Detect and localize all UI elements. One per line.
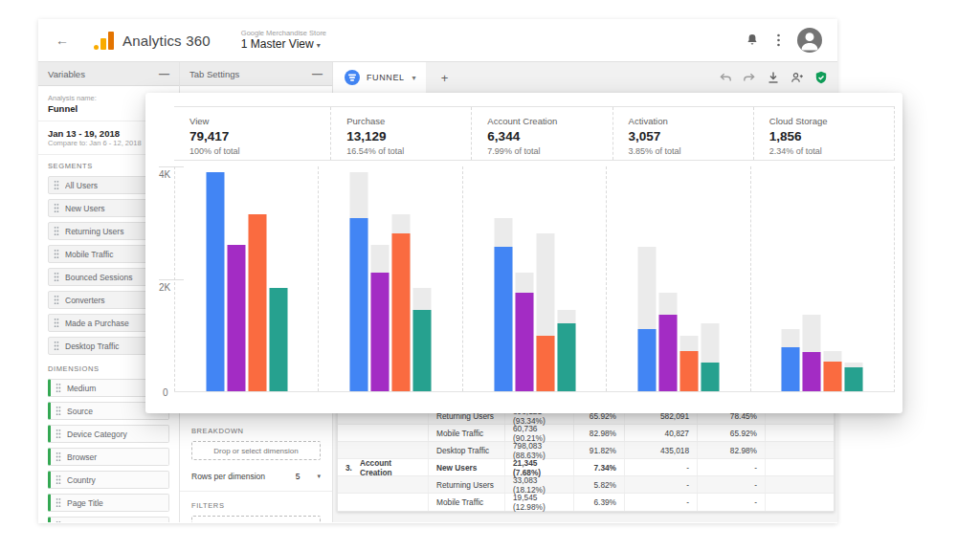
cell-rate: 6.39% [574,494,625,511]
drag-handle-icon [56,452,61,462]
cell-rate: 5.82% [574,476,625,493]
chart-group-purchase [318,166,461,391]
table-row: Returning Users33,083 (18.12%)5.82%-- [338,476,834,494]
cell-rate: 91.82% [574,442,625,458]
step-name: Activation [629,116,753,126]
cell-step [338,442,429,458]
bar-orange-segment [392,233,411,391]
bar-purple-segment [803,352,821,391]
table-row: Desktop Traffic798,083 (88.63%)91.82%435… [338,442,834,459]
chip-label: Default Channel Grouping [67,521,168,523]
account-avatar[interactable] [797,28,822,53]
drag-handle-icon [54,180,59,190]
bar-slot [350,166,368,391]
cell-spacer [766,459,834,475]
bar-slot [206,166,224,391]
bar-blue-segment [350,218,368,391]
cell-completed: 40,827 [625,425,698,441]
redo-icon[interactable] [743,71,756,84]
dimension-chip-browser[interactable]: Browser [48,448,169,466]
step-share: 2.34% of total [769,146,894,156]
bar-slot [782,166,800,391]
back-arrow-icon[interactable]: ← [56,33,69,48]
dimension-chip-country[interactable]: Country [48,471,169,489]
drag-handle-icon [54,341,59,351]
table-row: Mobile Traffic60,736 (90.21%)82.98%40,82… [338,425,834,442]
step-value: 79,417 [189,129,330,143]
drag-handle-icon [56,429,61,439]
cell-rate: 7.34% [574,459,625,475]
notifications-bell-icon[interactable] [745,33,760,48]
y-axis-tick-0: 0 [163,387,168,398]
drag-handle-icon [54,249,59,259]
minimize-icon[interactable]: — [312,68,323,79]
funnel-icon [345,70,360,85]
person-icon [797,28,822,53]
cell-step [338,476,429,493]
funnel-step-cloud-storage: Cloud Storage1,8562.34% of total [753,107,894,160]
funnel-bar-chart: 4K 2K 0 [174,166,895,392]
chip-label: Browser [67,452,168,462]
bar-orange-segment [679,351,698,391]
step-value: 1,856 [769,129,894,143]
cell-completed: - [625,459,698,475]
download-icon[interactable] [767,71,780,84]
cell-users: 798,083 (88.63%) [505,442,574,458]
funnel-step-account-creation: Account Creation6,3447.99% of total [471,107,612,160]
y-axis-tick-4k: 4K [159,169,170,180]
bar-purple-segment [658,315,677,391]
cell-rate: 82.98% [574,425,625,441]
chevron-down-icon: ▾ [412,74,416,82]
bar-blue-segment [637,329,656,391]
cell-step [338,494,429,511]
step-name: View [189,116,330,126]
step-value: 6,344 [487,129,612,143]
tab-strip: FUNNEL ▾ + [333,62,837,93]
funnel-table: Returning Users893,121 (93.34%)65.92%582… [337,407,835,512]
drag-handle-icon [54,203,59,213]
cell-completed: - [625,494,698,511]
undo-icon[interactable] [719,71,732,84]
bar-slot [392,166,411,391]
minimize-icon[interactable]: — [159,68,169,79]
step-name: Cloud Storage [769,116,894,126]
dimension-chip-page-title[interactable]: Page Title [48,494,169,512]
chart-group-activation [606,166,749,391]
variables-panel-header: Variables — [38,62,179,86]
bar-slot [269,166,287,391]
filters-dropzone[interactable]: Drop or select dimension [191,516,321,522]
chevron-down-icon[interactable]: ▾ [317,473,321,480]
drag-handle-icon [56,406,61,416]
table-row: 3.Account CreationNew Users21,345 (7.68%… [338,459,834,476]
cell-users: 21,345 (7.68%) [505,459,574,475]
drag-handle-icon [54,272,59,282]
chip-label: Country [67,475,168,485]
cell-spacer [766,494,834,511]
chart-group-cloud-storage [750,166,894,391]
chart-group-view [174,166,318,391]
drag-handle-icon [54,295,59,305]
add-people-icon[interactable] [791,71,804,84]
bar-blue-segment [782,347,800,391]
view-switcher[interactable]: Google Merchandise Store 1 Master View▾ [241,29,326,52]
add-tab-button[interactable]: + [441,71,449,85]
rows-per-dimension-select[interactable]: 5 [296,472,301,481]
bar-slot [515,166,533,391]
bar-teal-segment [269,288,287,391]
approval-shield-icon[interactable] [814,71,828,84]
bar-slot [557,166,575,391]
more-options-icon[interactable] [776,33,781,48]
bar-slot [494,166,512,391]
view-name: 1 Master View [241,37,314,51]
tab-funnel[interactable]: FUNNEL ▾ [333,62,426,93]
bar-slot [658,166,677,391]
funnel-step-view: View79,417100% of total [174,107,330,160]
dimension-chip-device-category[interactable]: Device Category [48,425,169,443]
breakdown-dropzone[interactable]: Drop or select dimension [191,441,321,460]
bar-group [782,166,863,391]
bar-teal-segment [701,363,719,391]
bar-slot [413,166,432,391]
analytics-logo-icon [94,32,114,50]
step-index: 3. [345,463,352,473]
dimension-chip-default-channel-grouping[interactable]: Default Channel Grouping [48,517,169,522]
